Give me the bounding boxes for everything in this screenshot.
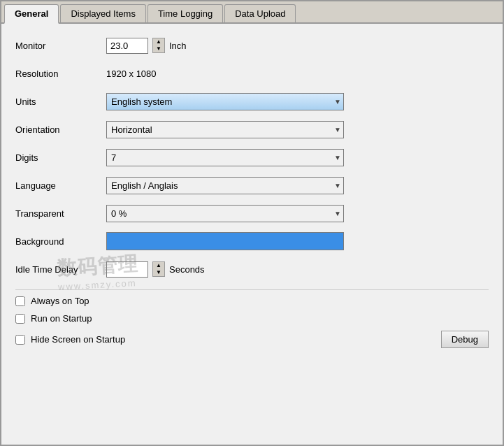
transparent-label: Transparent xyxy=(15,208,106,219)
monitor-spinner[interactable]: ▲ ▼ xyxy=(152,38,165,53)
idle-unit-label: Seconds xyxy=(169,264,205,275)
background-color-picker[interactable] xyxy=(106,232,344,250)
monitor-row: Monitor ▲ ▼ Inch xyxy=(15,35,489,56)
idle-spinner[interactable]: ▲ ▼ xyxy=(152,261,165,277)
digits-row: Digits 5 6 7 8 ▼ xyxy=(15,147,489,168)
resolution-control: 1920 x 1080 xyxy=(106,69,351,79)
hide-screen-row: Hide Screen on Startup Debug xyxy=(15,331,489,348)
run-on-startup-label: Run on Startup xyxy=(31,313,92,324)
resolution-value: 1920 x 1080 xyxy=(106,69,157,79)
always-on-top-label: Always on Top xyxy=(31,296,89,306)
transparent-control: 0 % 10 % 20 % 30 % 40 % 50 % ▼ xyxy=(106,205,351,222)
resolution-label: Resolution xyxy=(15,69,106,79)
background-control xyxy=(106,232,351,250)
digits-select[interactable]: 5 6 7 8 xyxy=(106,149,344,166)
checkbox-section: Always on Top Run on Startup Hide Screen… xyxy=(15,289,489,348)
monitor-input[interactable] xyxy=(106,38,148,54)
always-on-top-row: Always on Top xyxy=(15,296,489,306)
hide-screen-label: Hide Screen on Startup xyxy=(31,334,125,345)
transparent-dropdown-wrapper: 0 % 10 % 20 % 30 % 40 % 50 % ▼ xyxy=(106,205,344,222)
spin-up-button[interactable]: ▲ xyxy=(153,38,164,45)
idle-spin-down-button[interactable]: ▼ xyxy=(153,269,164,276)
units-label: Units xyxy=(15,96,106,107)
language-row: Language English / Anglais Francais Deut… xyxy=(15,175,489,196)
orientation-label: Orientation xyxy=(15,124,106,135)
orientation-select[interactable]: Horizontal Vertical xyxy=(106,121,344,138)
orientation-row: Orientation Horizontal Vertical ▼ xyxy=(15,119,489,140)
idle-control: ▲ ▼ Seconds xyxy=(106,261,205,278)
monitor-label: Monitor xyxy=(15,41,106,51)
hide-screen-checkbox[interactable] xyxy=(15,335,25,345)
always-on-top-checkbox[interactable] xyxy=(15,296,25,306)
idle-label: Idle Time Delay xyxy=(15,264,106,275)
spin-down-button[interactable]: ▼ xyxy=(153,45,164,52)
orientation-dropdown-wrapper: Horizontal Vertical ▼ xyxy=(106,121,344,138)
tab-data-upload[interactable]: Data Upload xyxy=(224,4,296,22)
monitor-unit-label: Inch xyxy=(169,41,187,51)
tab-bar: General Displayed Items Time Logging Dat… xyxy=(1,1,503,24)
run-on-startup-checkbox[interactable] xyxy=(15,314,25,324)
idle-section: Idle Time Delay ▲ ▼ Seconds 数码管理 www.smz… xyxy=(15,259,489,280)
tab-time-logging[interactable]: Time Logging xyxy=(147,4,223,22)
units-control: English system Metric system ▼ xyxy=(106,93,351,110)
orientation-control: Horizontal Vertical ▼ xyxy=(106,121,351,138)
debug-button[interactable]: Debug xyxy=(441,331,489,348)
idle-spin-up-button[interactable]: ▲ xyxy=(153,262,164,269)
resolution-row: Resolution 1920 x 1080 xyxy=(15,63,489,84)
run-on-startup-row: Run on Startup xyxy=(15,313,489,324)
language-dropdown-wrapper: English / Anglais Francais Deutsch Espan… xyxy=(106,177,344,194)
language-select[interactable]: English / Anglais Francais Deutsch Espan… xyxy=(106,177,344,194)
idle-input[interactable] xyxy=(106,261,148,278)
units-select[interactable]: English system Metric system xyxy=(106,93,344,110)
language-control: English / Anglais Francais Deutsch Espan… xyxy=(106,177,351,194)
units-row: Units English system Metric system ▼ xyxy=(15,91,489,112)
digits-control: 5 6 7 8 ▼ xyxy=(106,149,351,166)
background-label: Background xyxy=(15,236,106,247)
idle-row: Idle Time Delay ▲ ▼ Seconds xyxy=(15,259,489,280)
digits-label: Digits xyxy=(15,152,106,163)
transparent-select[interactable]: 0 % 10 % 20 % 30 % 40 % 50 % xyxy=(106,205,344,222)
tab-general[interactable]: General xyxy=(4,4,59,24)
settings-window: General Displayed Items Time Logging Dat… xyxy=(0,0,504,446)
digits-dropdown-wrapper: 5 6 7 8 ▼ xyxy=(106,149,344,166)
language-label: Language xyxy=(15,180,106,191)
units-dropdown-wrapper: English system Metric system ▼ xyxy=(106,93,344,110)
tab-displayed-items[interactable]: Displayed Items xyxy=(60,4,145,22)
general-content: Monitor ▲ ▼ Inch Resolution 1920 x 1080 xyxy=(1,24,503,366)
transparent-row: Transparent 0 % 10 % 20 % 30 % 40 % 50 %… xyxy=(15,203,489,224)
monitor-control: ▲ ▼ Inch xyxy=(106,38,351,54)
background-row: Background xyxy=(15,231,489,252)
